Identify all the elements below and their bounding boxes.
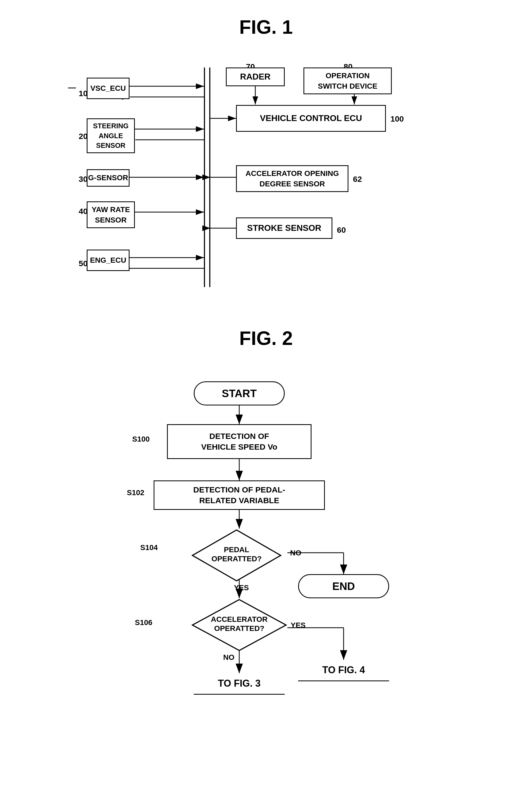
fig2-title: FIG. 2 [63, 327, 469, 349]
fig1-title: FIG. 1 [63, 16, 469, 38]
label-40: 40 [79, 207, 88, 216]
svg-text:OPERATTED?: OPERATTED? [211, 555, 262, 563]
block-stroke-sensor: STROKE SENSOR [236, 218, 332, 239]
svg-text:PEDAL: PEDAL [224, 546, 249, 554]
flow-s106-label: S106 [135, 618, 152, 627]
flow-s106-diamond: ACCELERATOR OPERATTED? [191, 598, 287, 652]
flow-end: END [298, 574, 389, 598]
block-eng-ecu: ENG_ECU [87, 250, 130, 271]
block-accelerator-opening: ACCELERATOR OPENINGDEGREE SENSOR [236, 165, 348, 192]
fig2-diagram: START S100 DETECTION OFVEHICLE SPEED Vo … [63, 365, 469, 790]
block-rader: RADER [226, 68, 285, 86]
block-g-sensor: G-SENSOR [87, 169, 130, 187]
label-100: 100 [391, 114, 404, 124]
flow-s100-label: S100 [132, 435, 150, 443]
label-62: 62 [353, 174, 362, 184]
flow-s104-no-label: NO [290, 549, 301, 557]
label-20: 20 [79, 132, 88, 141]
flow-s102-rect: DETECTION OF PEDAL-RELATED VARIABLE [154, 480, 325, 510]
label-50: 50 [79, 259, 88, 268]
block-yaw-rate-sensor: YAW RATESENSOR [87, 201, 135, 228]
block-vsc-ecu: VSC_ECU [87, 78, 130, 99]
flow-s102-label: S102 [127, 489, 144, 497]
flow-start: START [194, 381, 285, 405]
flow-s104-diamond: PEDAL OPERATTED? [191, 529, 282, 582]
block-operation-switch: OPERATIONSWITCH DEVICE [303, 68, 392, 94]
label-60: 60 [337, 225, 346, 235]
flow-to-fig4: TO FIG. 4 [298, 660, 389, 681]
flow-s106-no-label: NO [223, 653, 234, 662]
label-10: 10 [79, 89, 88, 98]
flow-s106-yes-label: YES [291, 621, 306, 630]
block-steering-angle-sensor: STEERINGANGLESENSOR [87, 118, 135, 153]
fig1-diagram: 10 VSC_ECU 20 STEERINGANGLESENSOR 30 G-S… [63, 54, 469, 295]
flow-s100-rect: DETECTION OFVEHICLE SPEED Vo [167, 424, 311, 459]
page-container: FIG. 1 [52, 0, 480, 790]
svg-text:OPERATTED?: OPERATTED? [214, 624, 264, 632]
flow-s104-label: S104 [140, 544, 158, 552]
label-30: 30 [79, 174, 88, 184]
flow-to-fig3: TO FIG. 3 [194, 673, 285, 695]
block-vehicle-control-ecu: VEHICLE CONTROL ECU [236, 105, 386, 132]
flow-s104-yes-label: YES [234, 584, 249, 592]
svg-text:ACCELERATOR: ACCELERATOR [211, 615, 268, 623]
